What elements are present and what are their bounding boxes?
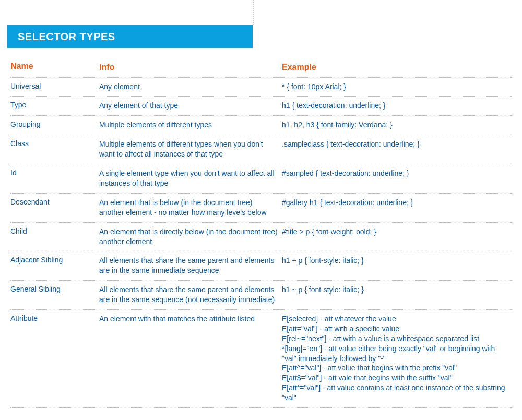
cell-example: #sampled { text-decoration: underline; } <box>282 169 512 178</box>
cell-example: h1, h2, h3 { font-family: Verdana; } <box>282 120 512 130</box>
header-info: Info <box>99 62 282 73</box>
cell-info: An element with that matches the attribu… <box>99 314 282 324</box>
cell-name: Descendant <box>10 198 99 206</box>
cell-info: All elements that share the same parent … <box>99 285 282 305</box>
cell-name: Attribute <box>10 314 99 322</box>
cell-name: Id <box>10 169 99 177</box>
cell-info: Multiple elements of different types <box>99 120 282 130</box>
table-row: Child An element that is directly below … <box>10 223 512 252</box>
table-row: Adjacent Sibling All elements that share… <box>10 251 512 281</box>
section-banner: SELECTOR TYPES <box>7 25 253 48</box>
cell-name: Class <box>10 139 99 148</box>
table-row: Attribute An element with that matches t… <box>10 310 512 408</box>
cell-example: .sampleclass { text-decoration: underlin… <box>282 139 512 149</box>
cell-name: Child <box>10 227 99 235</box>
cell-info: All elements that share the same parent … <box>99 256 282 275</box>
table-row: General Sibling All elements that share … <box>10 281 512 310</box>
table-row: Class Multiple elements of different typ… <box>10 135 512 164</box>
cell-name: Grouping <box>10 120 99 128</box>
cell-example: * { font: 10px Arial; } <box>282 82 512 92</box>
table-row: Id A single element type when you don't … <box>10 164 512 194</box>
cell-info: An element that is directly below (in th… <box>99 227 282 247</box>
cell-info: A single element type when you don't wan… <box>99 169 282 188</box>
cell-name: Universal <box>10 82 99 90</box>
selector-table: Name Info Example Universal Any element … <box>10 58 512 408</box>
cell-name: Adjacent Sibling <box>10 256 99 264</box>
table-header-row: Name Info Example <box>10 58 512 78</box>
table-row: Grouping Multiple elements of different … <box>10 116 512 135</box>
cell-name: General Sibling <box>10 285 99 293</box>
cell-example: h1 { text-decoration: underline; } <box>282 101 512 111</box>
top-dotted-divider <box>253 0 254 25</box>
table-row: Descendant An element that is below (in … <box>10 194 512 223</box>
cell-name: Type <box>10 101 99 109</box>
cell-info: Any element <box>99 82 282 92</box>
cell-info: Multiple elements of different types whe… <box>99 139 282 159</box>
cell-example: h1 + p { font-style: italic; } <box>282 256 512 266</box>
cell-example: #title > p { font-weight: bold; } <box>282 227 512 237</box>
cell-info: An element that is below (in the documen… <box>99 198 282 218</box>
cell-example: h1 ~ p { font-style: italic; } <box>282 285 512 295</box>
cell-example: #gallery h1 { text-decoration: underline… <box>282 198 512 208</box>
header-example: Example <box>282 62 512 73</box>
table-row: Type Any element of that type h1 { text-… <box>10 97 512 116</box>
cell-example: E[selected] - att whatever the value E[a… <box>282 314 512 403</box>
header-name: Name <box>10 62 99 71</box>
table-row: Universal Any element * { font: 10px Ari… <box>10 78 512 97</box>
banner-title: SELECTOR TYPES <box>18 31 115 43</box>
cell-info: Any element of that type <box>99 101 282 111</box>
